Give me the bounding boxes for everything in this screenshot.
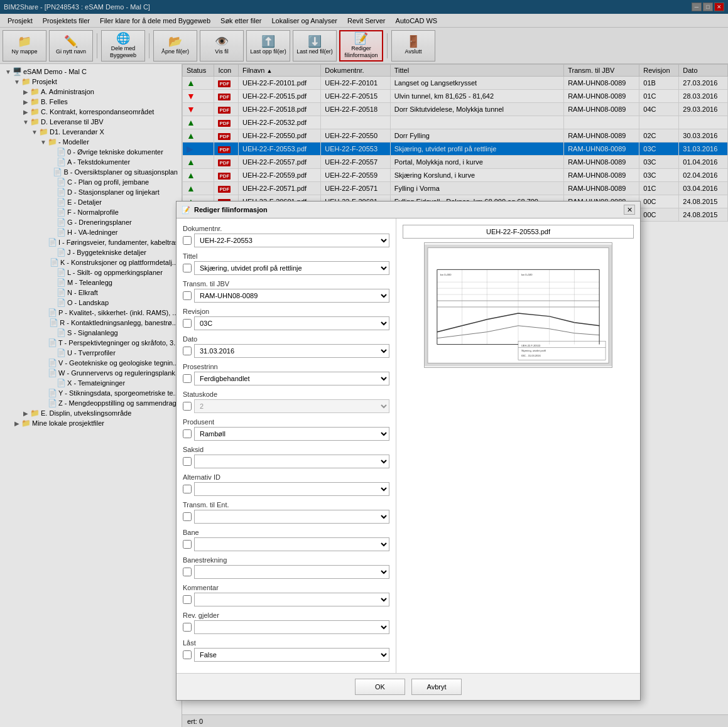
form-checkbox-transm-jbv[interactable] xyxy=(183,291,192,300)
form-inner-prosestrinn: Ferdigbehandlet xyxy=(183,372,389,385)
form-inner-tittel: Skjæring, utvidet profil på rettlinje xyxy=(183,261,389,275)
form-row-transm-jbv: Transm. til JBVRAM-UHN08-0089 xyxy=(183,280,389,303)
modal-title-icon: 📝 xyxy=(182,206,190,214)
modal-overlay: 📝 Rediger filinformasjon ✕ Dokumentnr.UE… xyxy=(0,0,728,727)
form-select-alternativ-id[interactable] xyxy=(194,482,389,496)
preview-filename: UEH-22-F-20553.pdf xyxy=(403,225,634,239)
form-label-dokumentnr: Dokumentnr. xyxy=(183,225,389,232)
modal-cancel-button[interactable]: Avbryt xyxy=(411,679,462,695)
form-row-saksid: Saksid xyxy=(183,446,389,468)
form-select-bane[interactable] xyxy=(194,537,389,551)
form-label-tittel: Tittel xyxy=(183,252,389,260)
form-select-transm-jbv[interactable]: RAM-UHN08-0089 xyxy=(194,289,389,303)
form-row-last: LåstFalse xyxy=(183,639,389,662)
form-row-dokumentnr: Dokumentnr.UEH-22-F-20553 xyxy=(183,225,389,247)
form-inner-dokumentnr: UEH-22-F-20553 xyxy=(183,234,389,247)
modal-footer: OK Avbryt xyxy=(177,673,640,700)
form-row-produsent: ProdusentRambøll xyxy=(183,418,389,441)
svg-text:km 0+500: km 0+500 xyxy=(521,273,533,276)
svg-text:UEH-22-F-20553: UEH-22-F-20553 xyxy=(521,343,541,347)
form-checkbox-bane[interactable] xyxy=(183,540,192,549)
form-row-alternativ-id: Alternativ ID xyxy=(183,473,389,496)
form-checkbox-saksid[interactable] xyxy=(183,457,192,466)
form-label-banestrekning: Banestrekning xyxy=(183,556,389,564)
modal-title-bar: 📝 Rediger filinformasjon ✕ xyxy=(177,202,640,218)
form-inner-saksid xyxy=(183,455,389,468)
form-checkbox-statuskode[interactable] xyxy=(183,402,192,411)
form-label-prosestrinn: Prosestrinn xyxy=(183,363,389,370)
form-inner-dato: 31.03.2016 xyxy=(183,344,389,358)
form-select-statuskode[interactable]: 2 xyxy=(194,399,389,413)
preview-drawing-svg: UEH-22-F-20553 Skjæring, utvidet profil … xyxy=(425,244,612,367)
form-inner-alternativ-id xyxy=(183,482,389,496)
modal-preview: UEH-22-F-20553.pdf xyxy=(396,218,640,673)
modal-title: 📝 Rediger filinformasjon xyxy=(182,206,268,214)
form-inner-bane xyxy=(183,537,389,551)
modal-title-text: Rediger filinformasjon xyxy=(194,206,268,213)
form-inner-transm-jbv: RAM-UHN08-0089 xyxy=(183,289,389,303)
form-select-tittel[interactable]: Skjæring, utvidet profil på rettlinje xyxy=(194,261,389,275)
form-checkbox-transm-ent[interactable] xyxy=(183,512,192,521)
form-inner-last: False xyxy=(183,648,389,662)
form-row-kommentar: Kommentar xyxy=(183,584,389,606)
form-checkbox-revisjon[interactable] xyxy=(183,319,192,328)
form-inner-banestrekning xyxy=(183,565,389,579)
modal-ok-button[interactable]: OK xyxy=(355,679,405,695)
form-row-statuskode: Statuskode2 xyxy=(183,390,389,413)
form-label-produsent: Produsent xyxy=(183,418,389,426)
form-inner-statuskode: 2 xyxy=(183,399,389,413)
form-row-bane: Bane xyxy=(183,529,389,551)
svg-text:03C - 31.03.2016: 03C - 31.03.2016 xyxy=(521,354,541,357)
form-label-statuskode: Statuskode xyxy=(183,390,389,398)
form-select-last[interactable]: False xyxy=(194,648,389,662)
form-checkbox-alternativ-id[interactable] xyxy=(183,485,192,493)
form-select-produsent[interactable]: Rambøll xyxy=(194,427,389,441)
form-row-rev-gjelder: Rev. gjelder xyxy=(183,611,389,634)
form-select-dato[interactable]: 31.03.2016 xyxy=(194,344,389,358)
svg-text:km 0+000: km 0+000 xyxy=(440,273,452,276)
form-select-banestrekning[interactable] xyxy=(194,565,389,579)
form-checkbox-last[interactable] xyxy=(183,650,192,659)
form-checkbox-dato[interactable] xyxy=(183,347,192,355)
preview-image-area: UEH-22-F-20553 Skjæring, utvidet profil … xyxy=(424,242,612,368)
form-inner-revisjon: 03C xyxy=(183,316,389,330)
form-inner-produsent: Rambøll xyxy=(183,427,389,441)
form-label-last: Låst xyxy=(183,639,389,647)
form-label-alternativ-id: Alternativ ID xyxy=(183,473,389,481)
form-row-tittel: TittelSkjæring, utvidet profil på rettli… xyxy=(183,252,389,275)
form-label-revisjon: Revisjon xyxy=(183,308,389,315)
svg-text:Skjæring, utvidet profil: Skjæring, utvidet profil xyxy=(521,349,546,352)
form-select-transm-ent[interactable] xyxy=(194,510,389,524)
form-label-transm-jbv: Transm. til JBV xyxy=(183,280,389,288)
form-label-saksid: Saksid xyxy=(183,446,389,453)
form-inner-transm-ent xyxy=(183,510,389,524)
form-select-revisjon[interactable]: 03C xyxy=(194,316,389,330)
form-checkbox-prosestrinn[interactable] xyxy=(183,374,192,383)
form-checkbox-dokumentnr[interactable] xyxy=(183,236,192,245)
modal-close-button[interactable]: ✕ xyxy=(624,205,635,215)
form-checkbox-produsent[interactable] xyxy=(183,429,192,438)
form-row-transm-ent: Transm. til Ent. xyxy=(183,501,389,524)
form-checkbox-kommentar[interactable] xyxy=(183,595,192,604)
modal-rediger-filinformasjon: 📝 Rediger filinformasjon ✕ Dokumentnr.UE… xyxy=(176,201,641,701)
form-select-saksid[interactable] xyxy=(194,455,389,468)
modal-body: Dokumentnr.UEH-22-F-20553TittelSkjæring,… xyxy=(177,218,640,673)
form-label-bane: Bane xyxy=(183,529,389,536)
form-checkbox-tittel[interactable] xyxy=(183,264,192,272)
form-label-transm-ent: Transm. til Ent. xyxy=(183,501,389,509)
form-checkbox-banestrekning[interactable] xyxy=(183,568,192,576)
modal-form: Dokumentnr.UEH-22-F-20553TittelSkjæring,… xyxy=(177,218,396,673)
form-select-dokumentnr[interactable]: UEH-22-F-20553 xyxy=(194,234,389,247)
form-select-kommentar[interactable] xyxy=(194,593,389,606)
form-row-prosestrinn: ProsestrinnFerdigbehandlet xyxy=(183,363,389,385)
form-checkbox-rev-gjelder[interactable] xyxy=(183,623,192,632)
form-inner-kommentar xyxy=(183,593,389,606)
form-label-rev-gjelder: Rev. gjelder xyxy=(183,611,389,619)
form-row-dato: Dato31.03.2016 xyxy=(183,335,389,358)
form-inner-rev-gjelder xyxy=(183,620,389,634)
form-select-rev-gjelder[interactable] xyxy=(194,620,389,634)
form-row-revisjon: Revisjon03C xyxy=(183,308,389,330)
form-row-banestrekning: Banestrekning xyxy=(183,556,389,579)
form-label-kommentar: Kommentar xyxy=(183,584,389,591)
form-select-prosestrinn[interactable]: Ferdigbehandlet xyxy=(194,372,389,385)
